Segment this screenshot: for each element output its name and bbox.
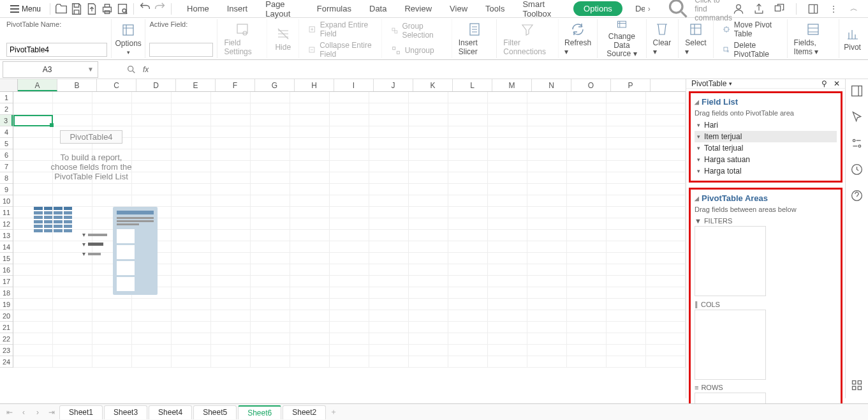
col-header[interactable]: M — [492, 79, 532, 91]
col-header[interactable]: G — [255, 79, 295, 91]
select-button[interactable]: Select ▾ — [679, 19, 713, 58]
row-header[interactable]: 1 — [0, 92, 13, 103]
col-header[interactable]: B — [57, 79, 97, 91]
fx-label[interactable]: fx — [143, 65, 149, 74]
tab-insert[interactable]: Insert — [218, 1, 257, 16]
rail-settings-icon[interactable] — [850, 137, 864, 150]
col-header[interactable]: E — [176, 79, 216, 91]
row-header[interactable]: 22 — [0, 333, 13, 345]
spreadsheet-grid[interactable]: ABCDEFGHIJKLMNOP 12345678910111213141516… — [0, 79, 686, 398]
row-header[interactable]: 11 — [0, 207, 13, 218]
layout-icon[interactable] — [807, 2, 820, 16]
col-header[interactable]: P — [611, 79, 651, 91]
sheet-nav-prev[interactable]: ‹ — [17, 408, 31, 417]
collapse-ribbon-icon[interactable]: ︿ — [848, 2, 860, 16]
rail-cursor-icon[interactable] — [850, 110, 864, 124]
rail-help-icon[interactable] — [850, 189, 864, 202]
sheet-tab[interactable]: Sheet6 — [238, 405, 281, 419]
tab-home[interactable]: Home — [178, 1, 218, 16]
active-field-input[interactable] — [149, 43, 213, 57]
row-header[interactable]: 5 — [0, 138, 13, 149]
field-item[interactable]: ▾Harga total — [695, 165, 837, 177]
preview-icon[interactable] — [115, 2, 129, 16]
row-header[interactable]: 6 — [0, 149, 13, 161]
sheet-tab[interactable]: Sheet2 — [283, 405, 326, 419]
field-item[interactable]: ▾Total terjual — [695, 142, 837, 154]
row-header[interactable]: 16 — [0, 264, 13, 276]
field-settings-button[interactable]: Field Settings — [217, 19, 267, 58]
row-header[interactable]: 23 — [0, 345, 13, 356]
move-pivot-button[interactable]: Move Pivot Table — [717, 19, 783, 40]
sheet-tab[interactable]: Sheet3 — [104, 405, 147, 419]
insert-slicer-button[interactable]: Insert Slicer — [452, 19, 497, 58]
tab-tools[interactable]: Tools — [476, 1, 513, 16]
tab-view[interactable]: View — [441, 1, 476, 16]
share-icon[interactable] — [753, 2, 765, 16]
tab-design[interactable]: Desi — [626, 1, 645, 16]
row-header[interactable]: 24 — [0, 356, 13, 368]
tab-options[interactable]: Options — [573, 1, 622, 16]
sheet-tab[interactable]: Sheet5 — [193, 405, 237, 419]
hide-button[interactable]: Hide — [267, 19, 299, 58]
filter-connections-button[interactable]: Filter Connections — [497, 19, 559, 58]
col-header[interactable]: K — [413, 79, 453, 91]
pvt-name-input[interactable] — [6, 43, 107, 57]
cols-dropzone[interactable] — [695, 310, 766, 380]
rail-apps-icon[interactable] — [850, 379, 864, 392]
group-selection-button[interactable]: Group Selection — [386, 20, 448, 41]
row-header[interactable]: 2 — [0, 103, 13, 115]
row-header[interactable]: 9 — [0, 184, 13, 195]
tab-smart-toolbox[interactable]: Smart Toolbox — [513, 0, 570, 21]
print-icon[interactable] — [100, 2, 114, 16]
expand-field-button[interactable]: Expand Entire Field — [303, 19, 377, 40]
row-header[interactable]: 7 — [0, 161, 13, 172]
field-item[interactable]: ▾Item terjual — [695, 131, 837, 142]
tab-formulas[interactable]: Formulas — [308, 1, 360, 16]
collapse-field-button[interactable]: Collapse Entire Field — [303, 40, 377, 60]
row-header[interactable]: 17 — [0, 276, 13, 287]
rail-panel-icon[interactable] — [850, 84, 864, 98]
name-box[interactable]: A3 ▼ — [3, 61, 98, 78]
select-all-corner[interactable] — [0, 79, 18, 92]
zoom-icon[interactable] — [126, 64, 136, 75]
row-header[interactable]: 8 — [0, 172, 13, 184]
ungroup-button[interactable]: Ungroup — [386, 44, 448, 57]
row-header[interactable]: 12 — [0, 218, 13, 230]
col-header[interactable]: A — [18, 79, 57, 91]
undo-icon[interactable] — [138, 2, 152, 16]
field-item[interactable]: ▾Harga satuan — [695, 154, 837, 165]
row-header[interactable]: 21 — [0, 322, 13, 333]
row-header[interactable]: 14 — [0, 241, 13, 253]
tab-review[interactable]: Review — [395, 1, 441, 16]
tab-scroll-right[interactable]: › — [645, 4, 653, 13]
sheet-tab[interactable]: Sheet4 — [149, 405, 192, 419]
row-header[interactable]: 10 — [0, 195, 13, 207]
field-item[interactable]: ▾Hari — [695, 119, 837, 131]
row-header[interactable]: 18 — [0, 287, 13, 299]
tab-page-layout[interactable]: Page Layout — [256, 0, 308, 21]
col-header[interactable]: O — [571, 79, 611, 91]
clear-button[interactable]: Clear ▾ — [647, 19, 679, 58]
close-icon[interactable]: ✕ — [834, 79, 840, 88]
menu-button[interactable]: Menu — [5, 3, 46, 15]
export-icon[interactable] — [85, 2, 99, 16]
sheet-tab[interactable]: Sheet1 — [59, 405, 103, 419]
col-header[interactable]: I — [334, 79, 374, 91]
sheet-nav-last[interactable]: ⇥ — [45, 408, 59, 417]
save-icon[interactable] — [70, 2, 84, 16]
change-data-source-button[interactable]: Change DataSource ▾ — [598, 19, 646, 58]
row-header[interactable]: 4 — [0, 126, 13, 138]
col-header[interactable]: N — [532, 79, 571, 91]
more-icon[interactable]: ⋮ — [827, 2, 840, 16]
delete-pivot-button[interactable]: Delete PivotTable — [717, 40, 783, 60]
row-header[interactable]: 15 — [0, 253, 13, 264]
rail-history-icon[interactable] — [850, 163, 864, 176]
pin-icon[interactable]: ⚲ — [821, 79, 827, 88]
add-sheet-button[interactable]: ＋ — [327, 407, 341, 417]
window-icon[interactable] — [773, 2, 786, 16]
row-header[interactable]: 3 — [0, 115, 13, 126]
fields-items-button[interactable]: Fields, Items ▾ — [788, 19, 840, 58]
chevron-down-icon[interactable]: ▾ — [729, 80, 732, 87]
col-header[interactable]: C — [97, 79, 136, 91]
row-header[interactable]: 13 — [0, 230, 13, 241]
